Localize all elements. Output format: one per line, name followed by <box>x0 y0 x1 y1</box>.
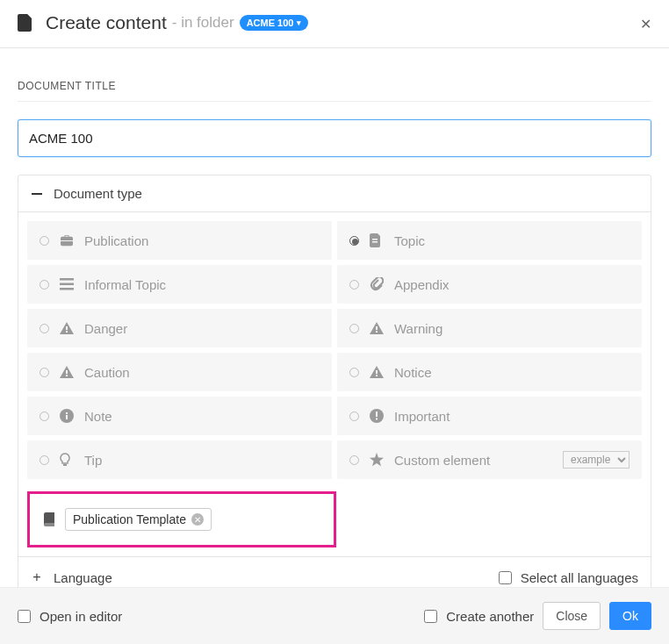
doctype-label: Notice <box>394 365 629 380</box>
svg-rect-11 <box>66 375 68 376</box>
template-tag[interactable]: Publication Template ✕ <box>65 508 212 531</box>
language-label: Language <box>54 570 112 585</box>
warning-icon <box>60 321 76 335</box>
doctype-item-publication[interactable]: Publication <box>27 221 332 260</box>
title-section-label: DOCUMENT TITLE <box>18 80 651 92</box>
document-type-header[interactable]: Document type <box>18 175 651 212</box>
svg-rect-1 <box>372 239 378 240</box>
template-tag-label: Publication Template <box>73 512 186 526</box>
warning-icon <box>370 321 385 335</box>
svg-rect-12 <box>376 370 378 374</box>
radio-icon <box>40 280 49 290</box>
doctype-label: Topic <box>394 233 629 248</box>
svg-rect-6 <box>66 326 68 330</box>
star-icon <box>370 453 385 467</box>
doctype-item-danger[interactable]: Danger <box>27 309 332 347</box>
radio-icon <box>40 324 49 333</box>
close-button[interactable]: Close <box>543 602 601 630</box>
create-another-checkbox[interactable] <box>424 610 437 623</box>
select-all-languages-label: Select all languages <box>521 570 638 585</box>
dialog-footer: Open in editor Create another Close Ok <box>0 587 669 644</box>
doctype-item-important[interactable]: Important <box>337 397 642 435</box>
info-icon <box>60 409 76 423</box>
svg-rect-9 <box>376 331 378 333</box>
dialog-subtitle: - in folder <box>172 14 234 32</box>
svg-rect-18 <box>376 411 378 417</box>
radio-icon <box>40 455 49 465</box>
radio-icon <box>349 411 359 421</box>
chevron-down-icon: ▾ <box>297 18 301 27</box>
doctype-item-topic[interactable]: Topic <box>337 221 642 260</box>
doctype-item-warning[interactable]: Warning <box>337 309 642 347</box>
radio-icon <box>349 368 359 377</box>
doctype-label: Tip <box>84 453 320 468</box>
svg-rect-20 <box>63 464 67 466</box>
svg-rect-10 <box>66 370 68 374</box>
select-all-languages-checkbox[interactable] <box>499 571 512 584</box>
radio-icon <box>40 411 49 421</box>
custom-element-select[interactable]: example <box>563 451 629 469</box>
doctype-label: Caution <box>84 365 320 380</box>
svg-rect-4 <box>60 283 74 286</box>
svg-rect-7 <box>66 331 68 333</box>
radio-icon <box>40 368 49 377</box>
document-title-input[interactable] <box>18 119 651 157</box>
svg-rect-5 <box>60 288 74 290</box>
svg-rect-2 <box>372 241 378 243</box>
dialog-title: Create content <box>46 12 167 33</box>
dialog-close-button[interactable]: ✕ <box>640 16 651 32</box>
warning-icon <box>60 365 76 379</box>
folder-badge[interactable]: ACME 100 ▾ <box>240 15 309 31</box>
doctype-label: Warning <box>394 321 629 336</box>
svg-rect-16 <box>66 412 68 414</box>
document-icon <box>370 233 385 247</box>
open-in-editor[interactable]: Open in editor <box>18 609 122 624</box>
doctype-item-tip[interactable]: Tip <box>27 440 332 479</box>
svg-rect-0 <box>32 193 42 195</box>
doctype-item-appendix[interactable]: Appendix <box>337 265 642 304</box>
create-another-label: Create another <box>446 609 534 624</box>
doctype-label: Important <box>394 409 629 424</box>
svg-rect-19 <box>376 419 378 420</box>
radio-icon <box>349 236 359 246</box>
doctype-label: Note <box>84 409 320 424</box>
folder-name: ACME 100 <box>247 18 294 28</box>
remove-template-icon[interactable]: ✕ <box>191 513 204 526</box>
bulb-icon <box>60 453 76 467</box>
doctype-label: Publication <box>84 233 320 248</box>
document-type-grid: PublicationTopicInformal TopicAppendixDa… <box>18 212 651 488</box>
doctype-item-caution[interactable]: Caution <box>27 353 332 391</box>
list-icon <box>60 277 76 291</box>
doctype-item-custom-element[interactable]: Custom elementexample <box>337 440 642 479</box>
important-icon <box>370 409 385 423</box>
svg-rect-13 <box>376 375 378 376</box>
document-type-panel: Document type PublicationTopicInformal T… <box>18 175 651 598</box>
doctype-item-informal-topic[interactable]: Informal Topic <box>27 265 332 304</box>
doctype-label: Informal Topic <box>84 277 320 292</box>
dialog-header: Create content - in folder ACME 100 ▾ ✕ <box>0 0 669 48</box>
warning-icon <box>370 365 385 379</box>
divider <box>18 101 651 102</box>
radio-icon <box>349 455 359 465</box>
open-in-editor-checkbox[interactable] <box>18 610 31 623</box>
document-icon <box>18 14 33 32</box>
doctype-label: Appendix <box>394 277 629 292</box>
open-in-editor-label: Open in editor <box>40 609 122 624</box>
expand-icon: + <box>31 569 43 585</box>
ok-button[interactable]: Ok <box>609 602 651 630</box>
briefcase-icon <box>60 233 76 247</box>
radio-icon <box>40 236 49 246</box>
doctype-item-notice[interactable]: Notice <box>337 353 642 391</box>
create-another[interactable]: Create another <box>424 609 534 624</box>
doctype-label: Custom element <box>394 453 563 468</box>
clip-icon <box>370 277 385 291</box>
radio-icon <box>349 280 359 290</box>
doctype-label: Danger <box>84 321 320 336</box>
doctype-item-note[interactable]: Note <box>27 397 332 435</box>
svg-rect-8 <box>376 326 378 330</box>
book-icon <box>42 512 56 526</box>
svg-rect-3 <box>60 278 74 281</box>
select-all-languages[interactable]: Select all languages <box>499 570 638 585</box>
document-type-label: Document type <box>54 186 142 201</box>
template-highlight: Publication Template ✕ <box>27 491 336 547</box>
